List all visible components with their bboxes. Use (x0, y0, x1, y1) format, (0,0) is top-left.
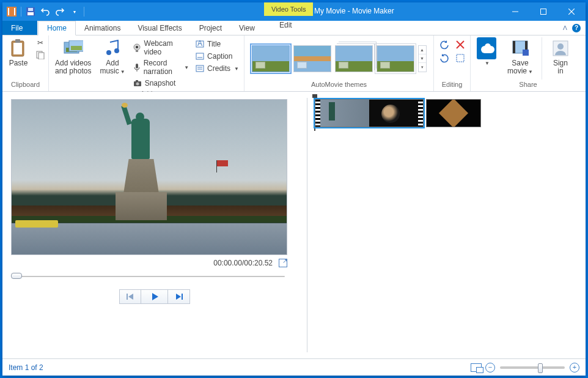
separator (542, 37, 542, 80)
sign-in-button[interactable]: Sign in (548, 37, 573, 76)
record-narration-button[interactable]: Record narration▼ (131, 58, 190, 76)
add-music-label: Add music▼ (100, 59, 125, 76)
zoom-out-button[interactable]: − (485, 363, 495, 372)
preview-pane: 00:00.00/00:20.52 (2, 92, 307, 358)
microphone-icon (133, 62, 141, 72)
window-title: My Movie - Movie Maker (314, 7, 394, 15)
rotate-left-icon[interactable] (439, 40, 449, 50)
scrub-bar[interactable] (11, 272, 287, 281)
delete-icon[interactable] (455, 40, 465, 50)
chevron-down-icon: ▼ (528, 69, 533, 75)
zoom-slider[interactable] (500, 366, 565, 369)
credits-button[interactable]: Credits▼ (194, 63, 240, 74)
group-label: Editing (438, 80, 466, 89)
caption-icon (195, 51, 205, 61)
onedrive-button[interactable]: ▼ (474, 37, 499, 69)
zoom-controls: − + (485, 363, 579, 372)
item-count: Item 1 of 2 (9, 363, 43, 372)
collapse-ribbon-icon[interactable]: ᐱ (563, 24, 567, 31)
group-editing: Editing (434, 35, 471, 91)
scene-statue-arm (121, 105, 131, 125)
fullscreen-icon[interactable] (279, 259, 287, 267)
thumbnail-size-icon[interactable] (471, 363, 482, 372)
undo-icon[interactable] (39, 5, 52, 18)
close-button[interactable] (557, 2, 586, 21)
cut-button[interactable]: ✂ (34, 37, 46, 48)
svg-rect-38 (457, 54, 464, 62)
group-add: Add videos and photos Add music▼ Webcam … (49, 35, 244, 91)
title-button[interactable]: ATitle (194, 39, 240, 50)
video-preview[interactable] (11, 99, 287, 255)
app-icon[interactable] (5, 5, 18, 18)
svg-rect-2 (14, 8, 15, 15)
sign-in-label: Sign in (553, 59, 568, 75)
user-icon (551, 39, 570, 58)
help-icon[interactable]: ? (572, 24, 581, 32)
scrub-thumb[interactable] (11, 273, 22, 279)
timecode-text: 00:00.00/00:20.52 (213, 259, 273, 267)
add-videos-photos-button[interactable]: Add videos and photos (53, 37, 94, 76)
maximize-button[interactable] (529, 2, 557, 21)
paste-button[interactable]: Paste (6, 37, 31, 69)
save-movie-label: Save movie▼ (507, 59, 533, 76)
copy-button[interactable] (34, 50, 46, 61)
scene-statue-torch (122, 103, 128, 108)
add-videos-photos-label: Add videos and photos (55, 59, 91, 75)
clip-item[interactable] (426, 99, 481, 127)
scroll-up-icon[interactable]: ▲ (419, 46, 426, 54)
workspace: 00:00.00/00:20.52 (2, 92, 586, 358)
svg-point-27 (136, 83, 139, 86)
copy-icon (35, 50, 45, 60)
theme-scroll[interactable]: ▲▼▾ (418, 45, 427, 72)
select-all-icon[interactable] (455, 53, 465, 63)
save-movie-button[interactable]: Save movie▼ (505, 37, 535, 77)
chevron-down-icon: ▼ (120, 69, 125, 75)
tab-edit[interactable]: Edit (271, 21, 301, 29)
svg-rect-33 (196, 65, 204, 72)
svg-point-20 (114, 48, 119, 53)
tab-project[interactable]: Project (191, 21, 230, 35)
theme-item[interactable] (293, 45, 331, 72)
next-frame-button[interactable] (168, 289, 190, 304)
tab-view[interactable]: View (230, 21, 263, 35)
snapshot-button[interactable]: Snapshot (131, 78, 190, 89)
group-clipboard: Paste ✂ Clipboard (2, 35, 49, 91)
scene-flag (217, 160, 228, 166)
clipboard-icon (9, 39, 28, 58)
rotate-right-icon[interactable] (439, 53, 449, 63)
svg-rect-45 (127, 294, 128, 300)
theme-item[interactable] (377, 45, 414, 72)
theme-item[interactable] (335, 45, 373, 72)
webcam-video-button[interactable]: Webcam video (131, 39, 190, 57)
qat-customize-icon[interactable]: ▾ (68, 5, 81, 18)
status-bar: Item 1 of 2 − + (2, 358, 586, 376)
title-bar: ▾ Video Tools My Movie - Movie Maker (2, 2, 586, 21)
storyboard-pane[interactable] (307, 92, 586, 358)
app-window: ▾ Video Tools My Movie - Movie Maker Fil… (2, 2, 586, 376)
svg-rect-28 (136, 80, 138, 82)
caption-button[interactable]: Caption (194, 51, 240, 62)
previous-frame-button[interactable] (119, 289, 141, 304)
clip-item[interactable] (315, 99, 424, 127)
ribbon-tabs: File Home Animations Visual Effects Proj… (2, 21, 586, 35)
playback-controls (11, 289, 298, 304)
theme-item[interactable] (252, 45, 290, 72)
svg-rect-18 (71, 46, 82, 50)
redo-icon[interactable] (53, 5, 67, 18)
add-music-button[interactable]: Add music▼ (97, 37, 127, 77)
title-icon: A (195, 39, 205, 49)
minimize-button[interactable] (501, 2, 529, 21)
scroll-down-icon[interactable]: ▼ (419, 54, 426, 63)
tab-file[interactable]: File (2, 21, 38, 35)
tab-home[interactable]: Home (38, 21, 76, 35)
play-button[interactable] (141, 289, 168, 304)
zoom-in-button[interactable]: + (570, 363, 579, 372)
film-save-icon (510, 39, 530, 58)
tab-visual-effects[interactable]: Visual Effects (129, 21, 190, 35)
save-icon[interactable] (24, 5, 37, 18)
expand-icon[interactable]: ▾ (419, 63, 426, 71)
svg-rect-12 (15, 39, 20, 43)
tab-animations[interactable]: Animations (76, 21, 129, 35)
thumb-face (381, 105, 400, 123)
scene-statue (131, 119, 150, 159)
